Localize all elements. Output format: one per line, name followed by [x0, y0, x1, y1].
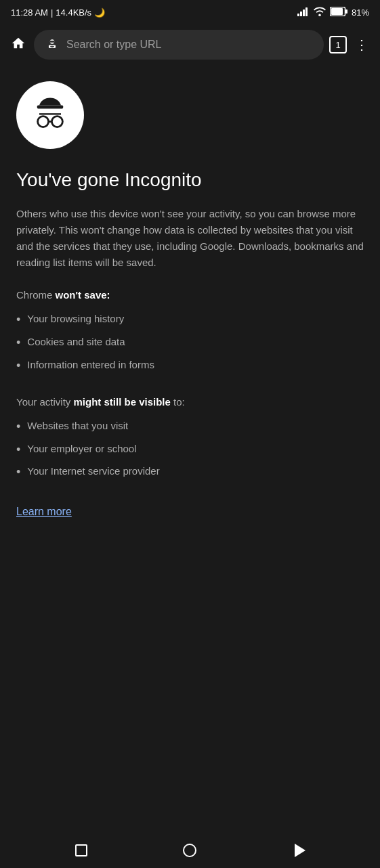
wifi-icon: [314, 7, 326, 18]
wont-save-bold: won't save:: [56, 289, 110, 301]
list-item: Information entered in forms: [16, 355, 364, 378]
moon-icon: 🌙: [94, 7, 105, 18]
data-speed: 14.4KB/s: [56, 7, 91, 18]
battery-percentage: 81%: [352, 7, 369, 18]
home-button[interactable]: [8, 33, 28, 57]
svg-rect-1: [300, 12, 302, 16]
svg-rect-13: [37, 106, 63, 109]
circle-icon: [183, 844, 196, 857]
bottom-nav: [0, 833, 380, 868]
triangle-icon: [295, 844, 305, 857]
wont-save-title: Chrome won't save:: [16, 287, 364, 303]
learn-more-link[interactable]: Learn more: [16, 506, 72, 518]
svg-rect-6: [331, 8, 343, 15]
wont-save-list: Your browsing history Cookies and site d…: [16, 309, 364, 377]
recent-apps-button[interactable]: [72, 841, 91, 860]
battery-icon: [330, 7, 347, 18]
still-visible-title: Your activity might still be visible to:: [16, 394, 364, 410]
status-bar-right: 81%: [297, 7, 369, 18]
svg-rect-3: [305, 7, 308, 16]
list-item: Cookies and site data: [16, 332, 364, 355]
still-visible-section: Your activity might still be visible to:…: [16, 394, 364, 484]
description: Others who use this device won't see you…: [16, 206, 364, 271]
status-bar: 11:28 AM | 14.4KB/s 🌙: [0, 0, 380, 24]
page-title: You've gone Incognito: [16, 168, 364, 192]
status-bar-left: 11:28 AM | 14.4KB/s 🌙: [11, 7, 105, 18]
page-content: You've gone Incognito Others who use thi…: [0, 65, 380, 575]
main-content: You've gone Incognito Others who use thi…: [0, 65, 380, 534]
svg-rect-12: [50, 46, 54, 47]
back-button[interactable]: [289, 841, 308, 860]
time-display: 11:28 AM: [11, 7, 48, 18]
svg-rect-5: [345, 9, 347, 14]
address-text: Search or type URL: [66, 39, 313, 51]
address-bar[interactable]: Search or type URL: [34, 30, 324, 60]
incognito-icon-small: [45, 37, 60, 52]
list-item: Websites that you visit: [16, 416, 364, 439]
svg-point-16: [51, 116, 62, 127]
tab-count[interactable]: 1: [329, 36, 347, 53]
still-visible-list: Websites that you visit Your employer or…: [16, 416, 364, 484]
home-nav-button[interactable]: [180, 841, 199, 860]
browser-chrome: Search or type URL 1 ⋮: [0, 24, 380, 65]
svg-point-15: [38, 116, 49, 127]
separator: |: [51, 7, 53, 18]
still-visible-bold: might still be visible: [74, 396, 171, 408]
wont-save-section: Chrome won't save: Your browsing history…: [16, 287, 364, 377]
list-item: Your browsing history: [16, 309, 364, 332]
menu-button[interactable]: ⋮: [352, 34, 372, 56]
svg-rect-0: [297, 14, 299, 16]
list-item: Your employer or school: [16, 439, 364, 462]
list-item: Your Internet service provider: [16, 461, 364, 484]
incognito-avatar: [16, 81, 84, 149]
signal-icon: [297, 7, 310, 18]
svg-rect-2: [303, 9, 305, 16]
svg-rect-8: [50, 41, 54, 43]
square-icon: [75, 844, 87, 856]
